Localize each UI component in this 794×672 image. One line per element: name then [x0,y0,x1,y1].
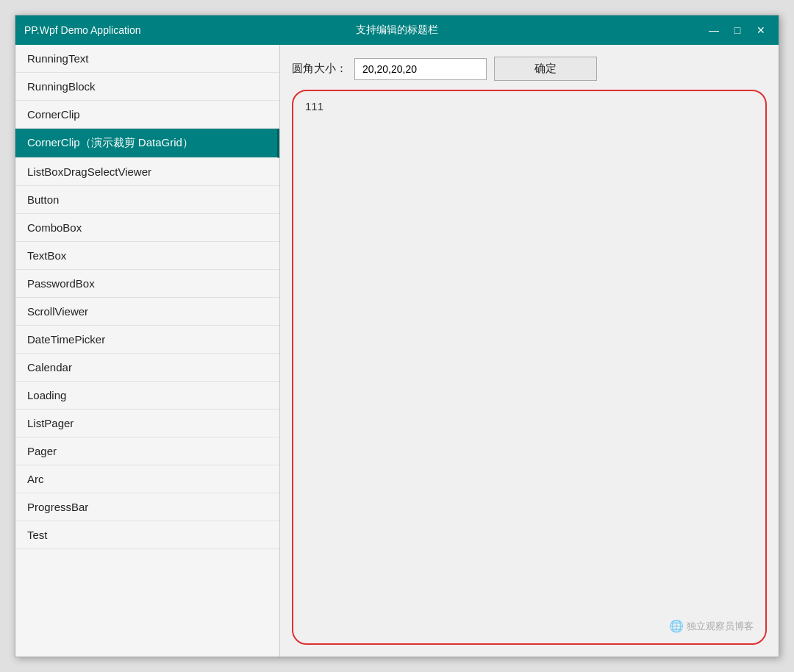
sidebar-item-DateTimePicker[interactable]: DateTimePicker [15,326,279,354]
sidebar-item-ListPager[interactable]: ListPager [15,410,279,437]
preview-area: 111 🌐 独立观察员博客 [292,90,767,645]
sidebar-item-ScrollViewer[interactable]: ScrollViewer [15,298,279,326]
sidebar-item-PasswordBox[interactable]: PasswordBox [15,270,279,298]
maximize-button[interactable]: □ [729,21,746,39]
corner-input[interactable] [354,58,487,80]
sidebar-item-TextBox[interactable]: TextBox [15,242,279,270]
title-bar: PP.Wpf Demo Application 支持编辑的标题栏 — □ ✕ [15,15,779,45]
sidebar-item-CornerClip[interactable]: CornerClip [15,101,279,129]
window-title: 支持编辑的标题栏 [356,24,438,37]
minimize-button[interactable]: — [705,21,723,39]
app-window: PP.Wpf Demo Application 支持编辑的标题栏 — □ ✕ R… [15,15,779,657]
main-panel: 圆角大小： 确定 111 🌐 独立观察员博客 [280,45,779,657]
watermark-text: 独立观察员博客 [687,620,754,633]
confirm-button[interactable]: 确定 [494,57,597,81]
close-button[interactable]: ✕ [752,21,770,39]
sidebar-item-Test[interactable]: Test [15,521,279,549]
sidebar-item-Button[interactable]: Button [15,186,279,214]
watermark: 🌐 独立观察员博客 [669,619,754,633]
sidebar-item-RunningText[interactable]: RunningText [15,45,279,73]
sidebar-item-ListBoxDragSelectViewer[interactable]: ListBoxDragSelectViewer [15,158,279,186]
sidebar: RunningTextRunningBlockCornerClipCornerC… [15,45,280,657]
watermark-icon: 🌐 [669,619,684,633]
sidebar-item-ProgressBar[interactable]: ProgressBar [15,493,279,521]
content-area: RunningTextRunningBlockCornerClipCornerC… [15,45,779,657]
sidebar-item-Calendar[interactable]: Calendar [15,354,279,382]
toolbar: 圆角大小： 确定 [292,57,767,81]
sidebar-item-Loading[interactable]: Loading [15,382,279,410]
window-controls: — □ ✕ [705,21,770,39]
sidebar-item-ComboBox[interactable]: ComboBox [15,214,279,242]
preview-content: 111 [293,91,765,121]
sidebar-item-CornerClipDataGrid[interactable]: CornerClip（演示裁剪 DataGrid） [15,129,279,158]
app-name: PP.Wpf Demo Application [24,24,141,36]
corner-label: 圆角大小： [292,62,347,76]
sidebar-item-Pager[interactable]: Pager [15,437,279,465]
sidebar-item-RunningBlock[interactable]: RunningBlock [15,73,279,101]
sidebar-item-Arc[interactable]: Arc [15,465,279,493]
